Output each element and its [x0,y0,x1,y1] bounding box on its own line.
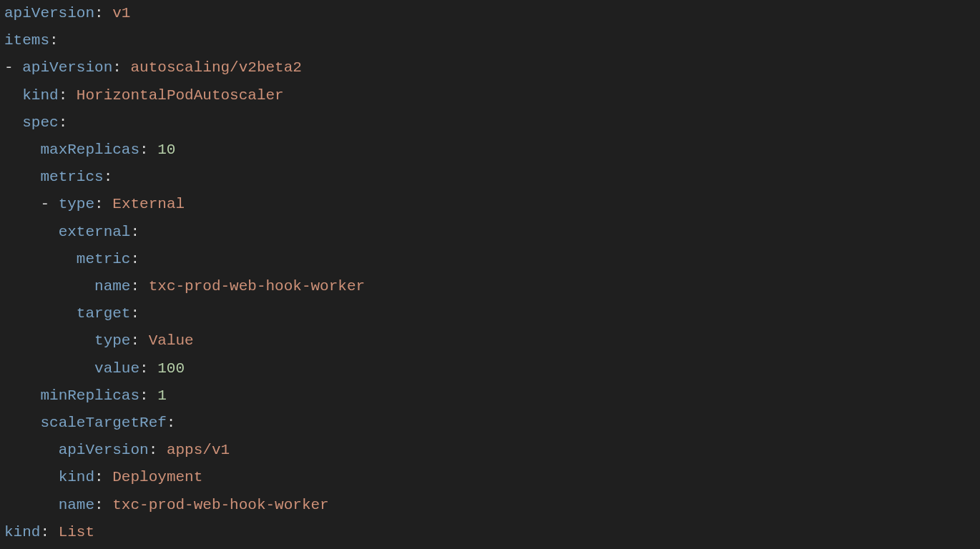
yaml-key: apiVersion [59,442,149,458]
code-line: name: txc-prod-web-hook-worker [4,278,365,295]
yaml-value: txc-prod-web-hook-worker [149,278,365,295]
colon: : [104,169,113,185]
code-line: kind: Deployment [4,469,202,485]
yaml-value: apps/v1 [167,442,230,458]
yaml-value: External [112,196,185,212]
yaml-key: apiVersion [22,59,112,76]
colon: : [94,497,104,513]
code-line: metrics: [4,169,112,185]
yaml-value: autoscaling/v2beta2 [130,59,301,76]
yaml-key: scaleTargetRef [40,415,166,431]
yaml-value: 100 [157,360,185,377]
yaml-value: txc-prod-web-hook-worker [112,497,328,513]
colon: : [49,32,59,49]
yaml-key: external [59,224,131,240]
code-line: name: txc-prod-web-hook-worker [4,497,329,513]
code-line: spec: [4,114,67,131]
colon: : [130,251,139,267]
yaml-code-block[interactable]: apiVersion: v1 items: - apiVersion: auto… [0,0,980,546]
colon: : [130,332,139,349]
yaml-value: List [59,524,94,540]
code-line: apiVersion: apps/v1 [4,442,230,458]
code-line: target: [4,305,139,322]
colon: : [130,224,139,240]
dash-icon: - [4,59,14,76]
yaml-key: kind [4,524,40,540]
colon: : [59,87,68,104]
colon: : [94,196,104,212]
code-line: items: [4,32,59,49]
yaml-value: HorizontalPodAutoscaler [77,87,284,104]
code-line: type: Value [4,332,194,349]
yaml-key: kind [59,469,94,485]
yaml-key: value [94,360,139,377]
yaml-key: metric [77,251,131,267]
yaml-key: name [94,278,130,295]
colon: : [130,305,139,322]
colon: : [94,469,104,485]
yaml-key: minReplicas [40,387,139,404]
yaml-value: Value [149,332,194,349]
code-line: kind: HorizontalPodAutoscaler [4,87,284,104]
colon: : [139,142,149,158]
yaml-key: target [77,305,131,322]
yaml-value: Deployment [112,469,202,485]
yaml-value: 1 [157,387,167,404]
code-line: - type: External [4,196,185,212]
code-line: value: 100 [4,360,185,377]
colon: : [149,442,158,458]
code-line: apiVersion: v1 [4,5,130,21]
colon: : [139,387,149,404]
yaml-key: name [59,497,94,513]
code-line: kind: List [4,524,94,540]
code-line: scaleTargetRef: [4,415,175,431]
colon: : [130,278,139,295]
code-line: maxReplicas: 10 [4,142,175,158]
colon: : [139,360,149,377]
code-line: metric: [4,251,139,267]
yaml-key: items [4,32,49,49]
colon: : [167,415,176,431]
code-line: - apiVersion: autoscaling/v2beta2 [4,59,302,76]
yaml-key: metrics [40,169,103,185]
dash-icon: - [40,196,49,212]
code-line: external: [4,224,139,240]
yaml-key: type [94,332,130,349]
yaml-value: 10 [157,142,175,158]
colon: : [112,59,122,76]
code-line: minReplicas: 1 [4,387,167,404]
yaml-key: apiVersion [4,5,94,21]
yaml-key: kind [22,87,58,104]
yaml-key: type [59,196,94,212]
colon: : [94,5,104,21]
colon: : [59,114,68,131]
colon: : [40,524,49,540]
yaml-value: v1 [112,5,130,21]
yaml-key: spec [22,114,58,131]
yaml-key: maxReplicas [40,142,139,158]
